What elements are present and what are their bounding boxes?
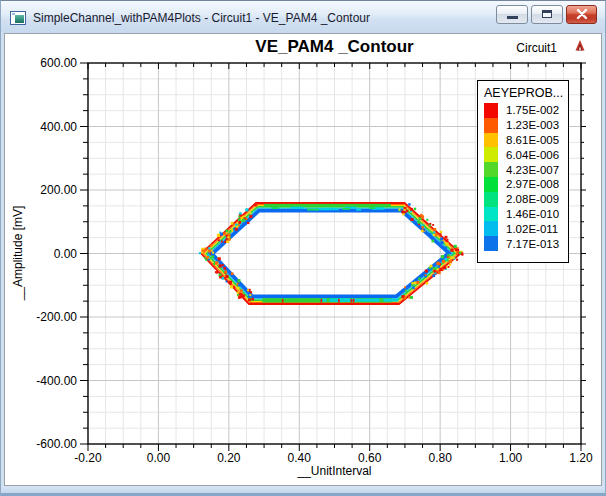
contour-speckle <box>247 289 249 291</box>
contour-speckle <box>423 224 425 226</box>
contour-speckle <box>225 238 227 240</box>
contour-speckle <box>351 299 353 303</box>
contour-speckle <box>215 271 217 273</box>
contour-speckle <box>410 208 413 211</box>
contour-speckle <box>282 299 284 303</box>
contour-speckle <box>226 281 228 283</box>
contour-speckle <box>456 253 458 255</box>
chart-title: VE_PAM4 _Contour <box>88 37 581 57</box>
contour-speckle <box>411 218 414 221</box>
legend[interactable]: AEYEPROB... 1.75E-0021.23E-0038.61E-0056… <box>477 80 569 263</box>
dataset-label: Circuit1 <box>516 41 557 55</box>
titlebar[interactable]: SimpleChannel_withPAM4Plots - Circuit1 -… <box>0 0 606 33</box>
contour-speckle <box>220 233 223 236</box>
window-controls <box>496 5 597 24</box>
contour-speckle <box>461 254 463 256</box>
plot-window: SimpleChannel_withPAM4Plots - Circuit1 -… <box>0 0 606 496</box>
contour-band <box>295 207 305 209</box>
legend-entry: 1.23E-003 <box>484 118 568 133</box>
contour-speckle <box>443 266 446 269</box>
restore-button[interactable] <box>531 5 563 24</box>
legend-swatch <box>484 221 498 236</box>
legend-entry: 8.61E-005 <box>484 133 568 148</box>
contour-speckle <box>445 236 448 239</box>
contour-speckle <box>208 247 210 249</box>
contour-speckle <box>406 210 409 213</box>
contour-speckle <box>426 282 429 285</box>
contour-band <box>369 207 375 209</box>
window-title: SimpleChannel_withPAM4Plots - Circuit1 -… <box>33 11 488 25</box>
contour-speckle <box>251 298 254 301</box>
window-frame-bottom <box>0 486 606 496</box>
legend-value: 1.02E-011 <box>506 223 558 235</box>
legend-swatch <box>484 192 498 207</box>
contour-speckle <box>441 241 444 244</box>
contour-speckle <box>225 275 228 278</box>
legend-swatch <box>484 133 498 148</box>
x-axis-label: __UnitInterval <box>88 464 581 478</box>
contour-speckle <box>440 237 443 240</box>
window-frame-right <box>602 33 606 486</box>
contour-speckle <box>254 203 257 206</box>
contour-speckle <box>247 222 249 224</box>
contour-speckle <box>449 260 452 263</box>
x-tick-label: -0.20 <box>74 451 102 465</box>
contour-speckle <box>432 274 435 277</box>
contour-speckle <box>414 208 417 211</box>
contour-speckle <box>449 264 451 266</box>
contour-speckle <box>404 286 406 288</box>
legend-swatch <box>484 118 498 133</box>
legend-entry: 6.04E-006 <box>484 147 568 162</box>
contour-speckle <box>240 289 243 292</box>
contour-speckle <box>238 279 241 282</box>
contour-speckle <box>425 270 428 273</box>
legend-value: 2.97E-008 <box>506 178 559 190</box>
plot-page: -0.200.000.200.400.600.801.001.20600.004… <box>4 33 602 486</box>
close-button[interactable] <box>566 5 597 24</box>
contour-speckle <box>237 287 240 290</box>
contour-band <box>326 208 339 210</box>
contour-speckle <box>402 290 404 292</box>
contour-speckle <box>231 272 234 275</box>
contour-speckle <box>416 281 419 284</box>
contour-speckle <box>425 274 427 276</box>
contour-speckle <box>248 298 251 301</box>
contour-speckle <box>417 221 420 224</box>
legend-entry: 1.46E-010 <box>484 207 568 222</box>
y-tick-label: -200.00 <box>36 310 77 324</box>
contour-speckle <box>421 230 423 232</box>
contour-speckle <box>223 233 226 236</box>
contour-speckle <box>421 215 424 218</box>
contour-speckle <box>212 252 214 254</box>
contour-speckle <box>222 264 224 266</box>
contour-speckle <box>217 234 220 237</box>
contour-speckle <box>204 257 206 259</box>
contour-speckle <box>233 286 235 288</box>
contour-speckle <box>411 282 413 284</box>
y-tick-label: 400.00 <box>40 120 77 134</box>
contour-speckle <box>434 272 436 274</box>
legend-entry: 2.08E-009 <box>484 192 568 207</box>
contour-speckle <box>321 299 323 303</box>
contour-speckle <box>227 233 230 236</box>
legend-entry: 1.75E-002 <box>484 103 568 118</box>
x-tick-label: 1.20 <box>569 451 593 465</box>
minimize-button[interactable] <box>496 5 528 24</box>
contour-speckle <box>205 259 207 261</box>
contour-speckle <box>432 240 435 243</box>
legend-swatch <box>484 177 498 192</box>
contour-speckle <box>205 248 207 250</box>
contour-speckle <box>404 297 407 300</box>
contour-speckle <box>433 228 436 231</box>
contour-speckle <box>238 218 241 221</box>
contour-speckle <box>433 231 435 233</box>
contour-speckle <box>199 252 201 254</box>
contour-speckle <box>447 239 449 241</box>
contour-speckle <box>438 266 440 268</box>
x-tick-label: 0.80 <box>428 451 452 465</box>
contour-speckle <box>238 284 241 287</box>
contour-speckle <box>201 252 203 254</box>
contour-speckle <box>215 261 218 264</box>
contour-speckle <box>250 212 252 214</box>
contour-speckle <box>238 221 241 224</box>
